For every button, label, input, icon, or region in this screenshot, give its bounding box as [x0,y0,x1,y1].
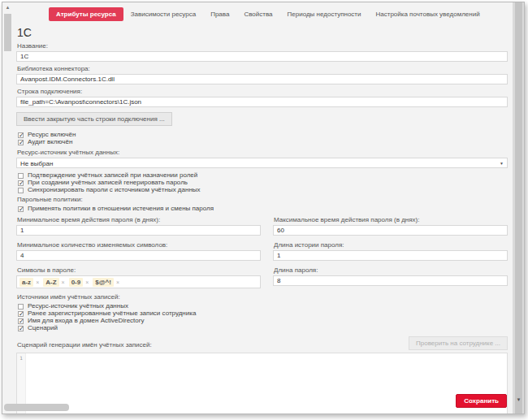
password-history-length-input[interactable] [273,250,508,261]
tab-resource-attributes[interactable]: Атрибуты ресурса [49,7,123,21]
checkbox-label: При создании учётных записей генерироват… [28,180,188,186]
scroll-up-icon[interactable]: ▲ [2,2,13,10]
checkbox-source-ad-login[interactable]: Имя для входа в домен ActiveDirectory [18,318,508,324]
checkbox-sync-passwords[interactable]: Синхронизировать пароли с источником учё… [18,187,508,193]
enter-secret-part-button[interactable]: Ввести закрытую часть строки подключения… [16,112,172,126]
checkbox-icon[interactable] [18,188,24,193]
password-charsets-tagbox[interactable]: a-z × A-Z × 0-9 × $@^! × [16,275,261,288]
charset-tag: $@^! [93,278,114,287]
tab-properties[interactable]: Свойства [236,11,279,18]
left-scrollbar-thumb[interactable] [4,14,11,51]
password-length-input[interactable] [273,275,508,286]
charset-tag: a-z [19,278,33,287]
resource-source-select[interactable]: Не выбран ▼ [16,158,508,168]
checkbox-icon[interactable] [18,318,24,324]
field-connector-library: Библиотека коннектора: [16,65,508,84]
connector-library-label: Библиотека коннектора: [17,65,508,72]
resource-source-label: Ресурс-источник учётных данных: [17,149,508,156]
connection-string-input[interactable] [16,97,508,107]
max-password-age-input[interactable] [273,225,508,236]
name-label: Название: [17,42,508,50]
page-title: 1C [17,26,508,39]
horizontal-scrollbar-thumb[interactable] [4,404,69,411]
checkbox-icon[interactable] [18,304,24,310]
remove-tag-icon[interactable]: × [62,279,65,285]
tab-unavailability-periods[interactable]: Периоды недоступности [280,11,369,18]
max-password-age-label: Максимальное время действия пароля (в дн… [274,216,508,223]
field-connection-string: Строка подключения: [16,88,508,107]
password-policy-section-label: Парольные политики: [17,196,508,203]
selected-value: Не выбран [20,160,53,167]
checkbox-icon[interactable] [18,311,24,317]
checkbox-icon[interactable] [18,206,24,212]
checkbox-icon[interactable] [18,140,24,145]
save-button[interactable]: Сохранить [456,394,507,408]
name-input[interactable] [16,51,508,62]
checkbox-icon[interactable] [18,132,24,138]
connector-library-input[interactable] [16,74,508,84]
checkbox-source-script[interactable]: Сценарий [18,325,508,331]
charset-tag: 0-9 [69,278,84,287]
checkbox-label: Ранее зарегистрированные учётные записи … [28,310,196,317]
name-sources-section-label: Источники имён учётных записей: [17,293,508,301]
password-length-label: Длина пароля: [274,266,508,274]
remove-tag-icon[interactable]: × [116,279,119,285]
checkbox-label: Синхронизировать пароли с источником учё… [28,187,201,193]
script-editor[interactable]: 1 [16,353,508,414]
checkbox-icon[interactable] [18,180,24,186]
checkbox-apply-password-policy[interactable]: Применять политики в отношении истечения… [18,206,508,212]
min-changed-chars-input[interactable] [16,250,261,261]
checkbox-label: Аудит включён [28,139,72,145]
checkbox-icon[interactable] [18,173,24,179]
editor-text-area[interactable] [26,353,507,414]
dropdown-arrow-icon: ▼ [500,161,504,166]
checkbox-label: Применять политики в отношении истечения… [28,206,214,212]
left-scrollbar[interactable]: ▲ [2,2,13,414]
password-history-length-label: Длина истории пароля: [274,241,508,249]
checkbox-label: Сценарий [28,325,58,331]
right-scrollbar[interactable]: ▼ [513,2,524,414]
checkbox-label: Имя для входа в домен ActiveDirectory [28,318,144,324]
resource-settings-window: ▲ ▼ Атрибуты ресурса Зависимости ресурса… [2,2,525,414]
min-password-age-input[interactable] [16,225,261,236]
field-name: Название: [16,42,508,62]
checkbox-label: Ресурс включён [28,132,76,138]
tab-mail-notifications[interactable]: Настройка почтовых уведомлений [368,11,487,18]
remove-tag-icon[interactable]: × [85,279,89,285]
remove-tag-icon[interactable]: × [36,279,39,285]
checkbox-generate-password[interactable]: При создании учётных записей генерироват… [18,180,508,186]
password-charsets-label: Символы в пароле: [17,266,261,274]
checkbox-label: Подтверждение учётных записей при назнач… [28,172,197,179]
form-content: Атрибуты ресурса Зависимости ресурса Пра… [13,2,513,414]
checkbox-icon[interactable] [18,326,24,331]
checkbox-source-registered-accounts[interactable]: Ранее зарегистрированные учётные записи … [18,310,508,317]
connection-string-label: Строка подключения: [17,88,508,95]
scroll-down-icon[interactable]: ▼ [515,397,522,402]
charset-tag: A-Z [43,278,58,287]
checkbox-confirm-accounts[interactable]: Подтверждение учётных записей при назнач… [18,172,508,179]
script-generation-label: Сценарий генерации имён учётных записей: [17,341,152,349]
tab-rights[interactable]: Права [203,11,236,18]
min-password-age-label: Минимальное время действия пароля (в дня… [17,216,261,223]
checkbox-resource-enabled[interactable]: Ресурс включён [18,132,508,138]
min-changed-chars-label: Минимальное количество изменяемых символ… [17,241,261,249]
checkbox-label: Ресурс-источник учётных данных [28,303,128,310]
tab-bar: Атрибуты ресурса Зависимости ресурса Пра… [16,7,508,20]
check-on-employee-button[interactable]: Проверить на сотруднике ... [409,336,508,350]
tab-resource-dependencies[interactable]: Зависимости ресурса [123,11,203,18]
checkbox-source-resource[interactable]: Ресурс-источник учётных данных [18,303,508,310]
checkbox-audit-enabled[interactable]: Аудит включён [18,139,508,145]
